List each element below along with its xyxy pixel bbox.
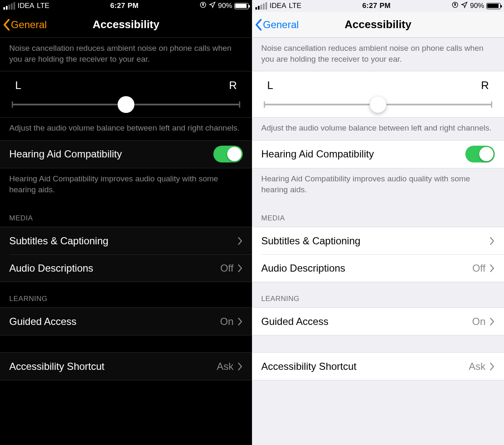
subtitles-label: Subtitles & Captioning (261, 235, 360, 247)
learning-header: LEARNING (252, 282, 504, 307)
subtitles-cell[interactable]: Subtitles & Captioning (252, 227, 504, 254)
accessibility-shortcut-label: Accessibility Shortcut (261, 361, 357, 372)
hearing-aid-description: Hearing Aid Compatibility improves audio… (252, 168, 504, 202)
guided-access-label: Guided Access (9, 316, 76, 327)
chevron-right-icon (238, 237, 243, 245)
balance-left-label: L (15, 79, 21, 92)
hearing-aid-toggle[interactable] (465, 146, 495, 162)
signal-icon (3, 2, 15, 10)
back-button[interactable]: General (3, 18, 47, 31)
guided-access-label: Guided Access (261, 316, 328, 327)
audio-balance-slider[interactable] (13, 104, 239, 105)
hearing-aid-cell[interactable]: Hearing Aid Compatibility (252, 141, 504, 168)
battery-icon (234, 3, 249, 9)
hearing-aid-label: Hearing Aid Compatibility (261, 148, 374, 160)
guided-access-value: On (220, 316, 234, 327)
chevron-right-icon (490, 317, 495, 326)
audio-descriptions-value: Off (220, 262, 234, 274)
accessibility-shortcut-cell[interactable]: Accessibility Shortcut Ask (252, 353, 504, 380)
status-bar: IDEA LTE 6:27 PM 90% (252, 0, 504, 12)
settings-content: Noise cancellation reduces ambient noise… (252, 38, 504, 445)
learning-header: LEARNING (0, 282, 252, 307)
noise-cancellation-description: Noise cancellation reduces ambient noise… (252, 38, 504, 71)
chevron-right-icon (238, 362, 243, 371)
lock-rotation-icon (452, 1, 459, 10)
audio-descriptions-value: Off (472, 262, 486, 274)
status-bar: IDEA LTE 6:27 PM 90% (0, 0, 252, 12)
location-icon (461, 1, 468, 10)
audio-descriptions-cell[interactable]: Audio Descriptions Off (252, 254, 504, 282)
battery-icon (486, 3, 501, 9)
balance-right-label: R (229, 79, 237, 92)
chevron-right-icon (238, 264, 243, 272)
audio-descriptions-label: Audio Descriptions (261, 262, 345, 274)
network-label: LTE (289, 2, 302, 10)
chevron-right-icon (490, 237, 495, 245)
slider-thumb[interactable] (370, 96, 386, 113)
slider-thumb[interactable] (118, 96, 134, 113)
nav-bar: General Accessibility (252, 12, 504, 38)
phone-light: IDEA LTE 6:27 PM 90% General Accessibili… (252, 0, 504, 445)
guided-access-cell[interactable]: Guided Access On (0, 308, 252, 335)
lock-rotation-icon (200, 1, 207, 10)
hearing-aid-description: Hearing Aid Compatibility improves audio… (0, 168, 252, 202)
page-title: Accessibility (93, 18, 160, 31)
chevron-left-icon (255, 18, 262, 31)
balance-description: Adjust the audio volume balance between … (252, 118, 504, 140)
audio-descriptions-cell[interactable]: Audio Descriptions Off (0, 254, 252, 282)
back-label: General (11, 19, 47, 31)
chevron-right-icon (490, 264, 495, 272)
audio-balance-cell: L R (0, 71, 252, 117)
accessibility-shortcut-value: Ask (217, 361, 234, 372)
carrier-label: IDEA (18, 2, 34, 10)
settings-content: Noise cancellation reduces ambient noise… (0, 38, 252, 445)
subtitles-label: Subtitles & Captioning (9, 235, 108, 247)
chevron-right-icon (490, 362, 495, 371)
audio-balance-slider[interactable] (265, 104, 491, 105)
balance-left-label: L (267, 79, 273, 92)
chevron-left-icon (3, 18, 10, 31)
media-header: MEDIA (0, 202, 252, 227)
audio-balance-cell: L R (252, 71, 504, 117)
subtitles-cell[interactable]: Subtitles & Captioning (0, 227, 252, 254)
noise-cancellation-description: Noise cancellation reduces ambient noise… (0, 38, 252, 71)
audio-descriptions-label: Audio Descriptions (9, 262, 93, 274)
nav-bar: General Accessibility (0, 12, 252, 38)
accessibility-shortcut-value: Ask (469, 361, 486, 372)
back-label: General (263, 19, 299, 31)
phone-dark: IDEA LTE 6:27 PM 90% General Accessibili… (0, 0, 252, 445)
hearing-aid-label: Hearing Aid Compatibility (9, 148, 122, 160)
location-icon (209, 1, 216, 10)
network-label: LTE (37, 2, 50, 10)
battery-pct: 90% (470, 2, 484, 10)
chevron-right-icon (238, 317, 243, 326)
guided-access-cell[interactable]: Guided Access On (252, 308, 504, 335)
balance-right-label: R (481, 79, 489, 92)
signal-icon (255, 2, 267, 10)
media-header: MEDIA (252, 202, 504, 227)
battery-pct: 90% (218, 2, 232, 10)
page-title: Accessibility (345, 18, 412, 31)
accessibility-shortcut-label: Accessibility Shortcut (9, 361, 105, 372)
hearing-aid-toggle[interactable] (213, 146, 243, 162)
accessibility-shortcut-cell[interactable]: Accessibility Shortcut Ask (0, 353, 252, 380)
back-button[interactable]: General (255, 18, 299, 31)
guided-access-value: On (472, 316, 486, 327)
carrier-label: IDEA (270, 2, 286, 10)
balance-description: Adjust the audio volume balance between … (0, 118, 252, 140)
status-time: 6:27 PM (110, 2, 139, 10)
hearing-aid-cell[interactable]: Hearing Aid Compatibility (0, 141, 252, 168)
status-time: 6:27 PM (362, 2, 391, 10)
